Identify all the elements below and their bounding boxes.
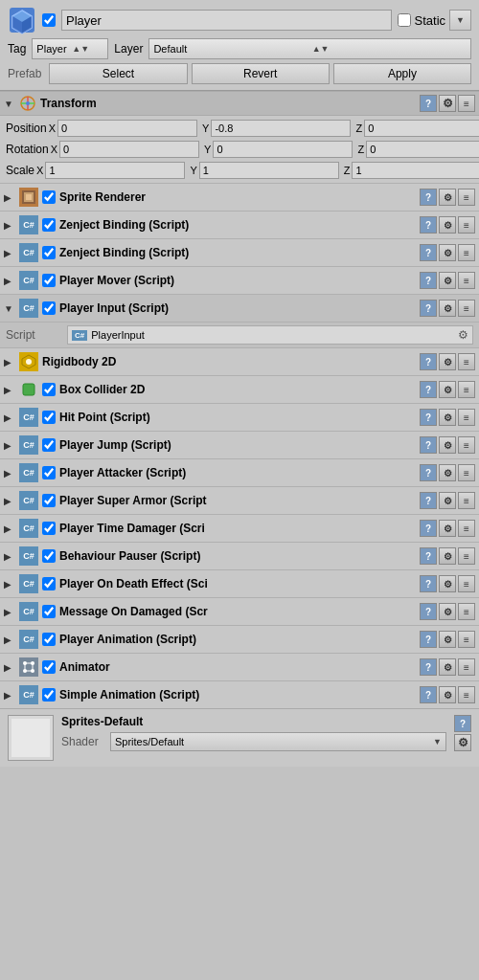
component-help-btn[interactable]: ? [420,631,437,648]
component-help-btn[interactable]: ? [420,547,437,565]
component-collapse-arrow[interactable]: ▶ [4,635,15,645]
component-menu-btn[interactable]: ≡ [458,216,475,234]
component-menu-btn[interactable]: ≡ [458,603,475,620]
scale-x-input[interactable] [45,162,185,179]
rotation-y-input[interactable] [213,141,353,158]
component-help-btn[interactable]: ? [420,658,437,676]
component-settings-btn[interactable]: ⚙ [439,216,456,234]
component-menu-btn[interactable]: ≡ [458,658,475,676]
component-menu-btn[interactable]: ≡ [458,686,475,703]
component-collapse-arrow[interactable]: ▶ [4,551,15,562]
component-settings-btn[interactable]: ⚙ [439,353,456,370]
component-help-btn[interactable]: ? [420,381,437,398]
component-collapse-arrow[interactable]: ▶ [4,690,15,701]
shader-dropdown[interactable]: Sprites/Default ▼ [110,732,446,751]
component-enabled-checkbox[interactable] [42,246,56,259]
component-help-btn[interactable]: ? [420,244,437,261]
position-z-input[interactable] [364,120,479,137]
apply-button[interactable]: Apply [333,63,471,84]
component-collapse-arrow[interactable]: ▶ [4,192,15,203]
component-settings-btn[interactable]: ⚙ [439,189,456,206]
component-menu-btn[interactable]: ≡ [458,409,475,426]
component-enabled-checkbox[interactable] [42,605,56,618]
component-enabled-checkbox[interactable] [42,190,56,204]
component-collapse-arrow[interactable]: ▼ [4,303,15,314]
component-settings-btn[interactable]: ⚙ [439,547,456,565]
component-menu-btn[interactable]: ≡ [458,492,475,509]
component-collapse-arrow[interactable]: ▶ [4,248,15,258]
component-enabled-checkbox[interactable] [42,688,56,702]
revert-button[interactable]: Revert [192,63,330,84]
component-enabled-checkbox[interactable] [42,660,56,674]
component-enabled-checkbox[interactable] [42,466,56,479]
layer-dropdown[interactable]: Default ▲▼ [148,38,471,59]
component-settings-btn[interactable]: ⚙ [439,492,456,509]
component-menu-btn[interactable]: ≡ [458,272,475,289]
component-settings-btn[interactable]: ⚙ [439,631,456,648]
component-enabled-checkbox[interactable] [42,438,56,452]
component-help-btn[interactable]: ? [420,409,437,426]
component-settings-btn[interactable]: ⚙ [439,244,456,261]
component-menu-btn[interactable]: ≡ [458,353,475,370]
component-collapse-arrow[interactable]: ▶ [4,440,15,451]
component-menu-btn[interactable]: ≡ [458,189,475,206]
component-menu-btn[interactable]: ≡ [458,436,475,454]
component-help-btn[interactable]: ? [420,436,437,454]
component-menu-btn[interactable]: ≡ [458,575,475,592]
component-enabled-checkbox[interactable] [42,522,56,535]
component-menu-btn[interactable]: ≡ [458,300,475,317]
component-help-btn[interactable]: ? [420,272,437,289]
transform-collapse-arrow[interactable]: ▼ [4,99,15,109]
component-collapse-arrow[interactable]: ▶ [4,496,15,506]
component-collapse-arrow[interactable]: ▶ [4,357,15,368]
material-settings-btn[interactable]: ⚙ [454,734,471,751]
component-collapse-arrow[interactable]: ▶ [4,276,15,286]
component-help-btn[interactable]: ? [420,300,437,317]
component-help-btn[interactable]: ? [420,353,437,370]
scale-y-input[interactable] [199,162,339,179]
transform-menu-btn[interactable]: ≡ [458,95,475,112]
rotation-z-input[interactable] [366,141,479,158]
component-help-btn[interactable]: ? [420,686,437,703]
component-collapse-arrow[interactable]: ▶ [4,607,15,617]
component-collapse-arrow[interactable]: ▶ [4,579,15,590]
component-help-btn[interactable]: ? [420,464,437,481]
component-settings-btn[interactable]: ⚙ [439,436,456,454]
position-x-input[interactable] [57,120,197,137]
component-menu-btn[interactable]: ≡ [458,631,475,648]
component-settings-btn[interactable]: ⚙ [439,575,456,592]
component-collapse-arrow[interactable]: ▶ [4,662,15,673]
component-collapse-arrow[interactable]: ▶ [4,468,15,479]
component-settings-btn[interactable]: ⚙ [439,686,456,703]
script-settings-icon[interactable]: ⚙ [458,328,468,342]
component-settings-btn[interactable]: ⚙ [439,272,456,289]
component-settings-btn[interactable]: ⚙ [439,464,456,481]
rotation-x-input[interactable] [59,141,199,158]
component-enabled-checkbox[interactable] [42,383,56,396]
component-enabled-checkbox[interactable] [42,577,56,590]
object-name-input[interactable] [61,10,392,31]
component-menu-btn[interactable]: ≡ [458,244,475,261]
component-enabled-checkbox[interactable] [42,218,56,232]
script-field-value[interactable]: C#PlayerInput⚙ [67,325,473,345]
component-enabled-checkbox[interactable] [42,411,56,424]
component-settings-btn[interactable]: ⚙ [439,409,456,426]
static-checkbox[interactable] [398,13,411,27]
component-help-btn[interactable]: ? [420,216,437,234]
select-button[interactable]: Select [49,63,187,84]
component-help-btn[interactable]: ? [420,189,437,206]
component-menu-btn[interactable]: ≡ [458,547,475,565]
component-settings-btn[interactable]: ⚙ [439,658,456,676]
component-menu-btn[interactable]: ≡ [458,520,475,537]
transform-settings-btn[interactable]: ⚙ [439,95,456,112]
component-collapse-arrow[interactable]: ▶ [4,385,15,395]
component-enabled-checkbox[interactable] [42,301,56,315]
position-y-input[interactable] [211,120,351,137]
component-help-btn[interactable]: ? [420,520,437,537]
active-checkbox-container[interactable] [42,13,56,27]
component-collapse-arrow[interactable]: ▶ [4,523,15,534]
component-settings-btn[interactable]: ⚙ [439,603,456,620]
tag-dropdown[interactable]: Player ▲▼ [32,38,108,59]
component-settings-btn[interactable]: ⚙ [439,300,456,317]
component-enabled-checkbox[interactable] [42,633,56,646]
